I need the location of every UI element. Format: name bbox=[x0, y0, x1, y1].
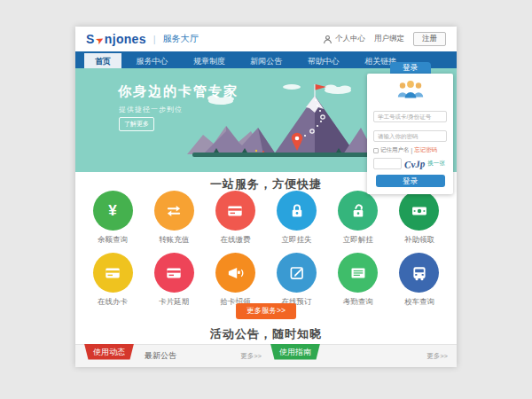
service-item-apply-card[interactable]: 在线办卡 bbox=[88, 253, 137, 308]
service-item-card-renewal[interactable]: 卡片延期 bbox=[149, 253, 199, 308]
service-item-online-payment[interactable]: 在线缴费 bbox=[210, 191, 260, 246]
hero-learn-more-button[interactable]: 了解更多 bbox=[119, 117, 154, 131]
edit-icon bbox=[277, 253, 317, 293]
tab-latest-notice[interactable]: 最新公告 bbox=[145, 350, 176, 362]
card-icon bbox=[154, 253, 194, 293]
captcha-image: CvJp bbox=[404, 158, 426, 170]
transfer-icon bbox=[154, 191, 194, 231]
users-group-icon bbox=[373, 79, 447, 102]
logo-text-suffix: njones bbox=[105, 32, 146, 46]
logo-text-prefix: S bbox=[86, 32, 95, 46]
news-more-link[interactable]: 更多>> bbox=[240, 352, 262, 361]
guide-box: 使用指南 更多>> bbox=[270, 345, 448, 367]
banknote-icon bbox=[399, 191, 439, 231]
user-binding-link[interactable]: 用户绑定 bbox=[374, 34, 404, 44]
hero-subtitle: 提供捷径一步到位 bbox=[119, 105, 183, 114]
service-item-online-booking[interactable]: 在线预订 bbox=[272, 253, 322, 308]
card-icon bbox=[93, 253, 133, 293]
service-label: 在线缴费 bbox=[210, 235, 260, 246]
top-bar: S ➤ njones | 服务大厅 个人中心 用户绑定 注册 bbox=[75, 27, 457, 51]
announcements-section-title: 活动公告，随时知晓 bbox=[75, 326, 457, 342]
captcha-refresh-link[interactable]: 换一张 bbox=[427, 160, 445, 168]
service-label: 立即挂失 bbox=[272, 235, 322, 246]
captcha-input[interactable] bbox=[373, 158, 402, 169]
password-input[interactable] bbox=[373, 130, 447, 142]
service-item-attendance[interactable]: 考勤查询 bbox=[333, 253, 383, 308]
login-form: 记住用户名 | 忘记密码 CvJp 换一张 登录 bbox=[367, 74, 453, 194]
service-label: 立即解挂 bbox=[333, 235, 383, 246]
list-icon bbox=[338, 253, 378, 293]
personal-center-link[interactable]: 个人中心 bbox=[323, 34, 365, 44]
login-submit-button[interactable]: 登录 bbox=[376, 175, 445, 187]
unlock-icon bbox=[338, 191, 378, 231]
service-item-found-card[interactable]: 拾卡招领 bbox=[210, 253, 260, 308]
logo-divider: | bbox=[153, 34, 156, 44]
service-label: 卡片延期 bbox=[149, 297, 199, 308]
tab-usage-guide[interactable]: 使用指南 bbox=[270, 344, 320, 360]
service-label: 考勤查询 bbox=[333, 297, 383, 308]
services-row-2: 在线办卡 卡片延期 拾卡招领 在线预订 考勤查询 bbox=[88, 253, 444, 308]
service-label: 补助领取 bbox=[395, 235, 444, 246]
yen-icon: ¥ bbox=[93, 191, 133, 231]
product-name: 服务大厅 bbox=[163, 33, 199, 45]
service-label: 转账充值 bbox=[149, 235, 199, 246]
lock-icon bbox=[277, 191, 317, 231]
service-item-subsidy[interactable]: 补助领取 bbox=[395, 191, 444, 246]
remember-checkbox[interactable] bbox=[373, 148, 379, 153]
service-item-report-loss[interactable]: 立即挂失 bbox=[272, 191, 322, 246]
news-box: 使用动态 最新公告 更多>> bbox=[84, 345, 262, 367]
desktop-background: S ➤ njones | 服务大厅 个人中心 用户绑定 注册 首页 服务中心 规… bbox=[0, 0, 532, 399]
guide-more-link[interactable]: 更多>> bbox=[426, 352, 448, 361]
username-input[interactable] bbox=[373, 111, 447, 122]
more-services-button[interactable]: 更多服务>> bbox=[236, 303, 296, 319]
services-row-1: ¥ 余额查询 转账充值 在线缴费 立即挂失 立即解挂 bbox=[88, 191, 444, 246]
announcements-strip: 使用动态 最新公告 更多>> 使用指南 更多>> bbox=[75, 344, 457, 367]
synjones-logo[interactable]: S ➤ njones bbox=[86, 32, 146, 46]
captcha-row: CvJp 换一张 bbox=[373, 158, 447, 169]
service-item-balance[interactable]: ¥ 余额查询 bbox=[88, 191, 137, 246]
personal-center-label: 个人中心 bbox=[335, 34, 365, 44]
service-item-cancel-loss[interactable]: 立即解挂 bbox=[333, 191, 383, 246]
forgot-password-link[interactable]: 忘记密码 bbox=[414, 146, 437, 154]
service-label: 校车查询 bbox=[395, 297, 444, 308]
user-binding-label: 用户绑定 bbox=[374, 34, 404, 44]
remember-label: 记住用户名 bbox=[380, 146, 410, 154]
service-label: 余额查询 bbox=[88, 235, 137, 246]
service-item-transfer-recharge[interactable]: 转账充值 bbox=[149, 191, 199, 246]
login-panel: 登录 记住用户名 | 忘记密码 bbox=[367, 62, 453, 194]
portal-page: S ➤ njones | 服务大厅 个人中心 用户绑定 注册 首页 服务中心 规… bbox=[75, 27, 457, 367]
service-item-school-bus[interactable]: 校车查询 bbox=[395, 253, 444, 308]
remember-separator: | bbox=[411, 147, 413, 153]
register-button[interactable]: 注册 bbox=[413, 32, 446, 46]
tab-usage-dynamics[interactable]: 使用动态 bbox=[84, 344, 134, 360]
login-tab[interactable]: 登录 bbox=[390, 62, 431, 74]
bus-icon bbox=[399, 253, 439, 293]
card-icon bbox=[215, 191, 255, 231]
service-label: 在线办卡 bbox=[88, 297, 137, 308]
top-bar-links: 个人中心 用户绑定 注册 bbox=[323, 32, 446, 46]
mountain-illustration bbox=[187, 82, 375, 167]
remember-row: 记住用户名 | 忘记密码 bbox=[373, 146, 447, 154]
megaphone-icon bbox=[215, 253, 255, 293]
person-icon bbox=[323, 35, 332, 44]
